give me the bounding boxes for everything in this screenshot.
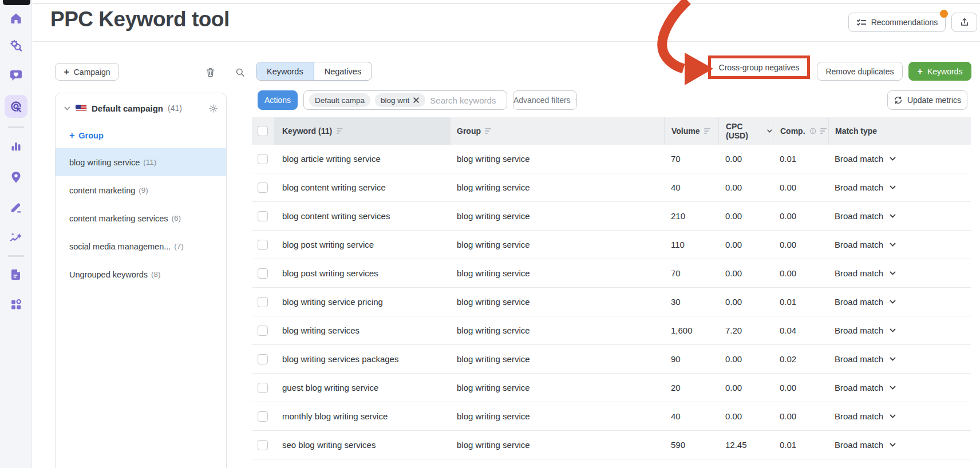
column-header-comp[interactable]: Comp. bbox=[773, 117, 828, 145]
column-header-cpc[interactable]: CPC (USD) bbox=[718, 117, 773, 145]
row-checkbox[interactable] bbox=[258, 440, 268, 450]
group-text: blog writing service bbox=[457, 297, 530, 307]
match-type-dropdown[interactable]: Broad match bbox=[828, 374, 971, 402]
group-item-social-media-management[interactable]: social media managemen... (7) bbox=[56, 232, 226, 260]
row-checkbox[interactable] bbox=[258, 383, 268, 393]
group-text: blog writing service bbox=[457, 411, 530, 421]
close-icon[interactable] bbox=[413, 97, 420, 104]
group-count: (8) bbox=[151, 270, 161, 279]
match-type-value: Broad match bbox=[835, 411, 883, 421]
match-type-value: Broad match bbox=[835, 211, 883, 221]
apps-icon[interactable] bbox=[5, 293, 27, 316]
match-type-dropdown[interactable]: Broad match bbox=[828, 231, 971, 259]
analytics-icon[interactable] bbox=[5, 135, 27, 158]
column-header-volume[interactable]: Volume bbox=[664, 117, 718, 145]
campaign-count: (41) bbox=[168, 104, 182, 113]
row-checkbox[interactable] bbox=[258, 240, 268, 250]
sort-icon[interactable] bbox=[485, 128, 492, 134]
campaign-row[interactable]: Default campaign (41) bbox=[56, 93, 226, 123]
home-icon[interactable] bbox=[5, 7, 27, 30]
social-icon[interactable] bbox=[5, 64, 27, 87]
table-row: blog post writing service blog writing s… bbox=[252, 231, 971, 259]
export-icon bbox=[959, 17, 970, 27]
row-checkbox[interactable] bbox=[258, 326, 268, 336]
group-name: Ungrouped keywords bbox=[69, 270, 148, 279]
match-type-dropdown[interactable]: Broad match bbox=[828, 316, 971, 344]
reports-icon[interactable] bbox=[5, 263, 27, 286]
match-type-value: Broad match bbox=[835, 268, 883, 278]
actions-button[interactable]: Actions bbox=[258, 90, 298, 110]
keyword-cell: blog writing services packages bbox=[274, 345, 451, 373]
cross-group-negatives-button[interactable]: Cross-group negatives bbox=[708, 55, 810, 79]
row-checkbox[interactable] bbox=[258, 411, 268, 422]
group-cell: blog writing service bbox=[451, 345, 664, 373]
content-icon[interactable] bbox=[5, 196, 27, 219]
search-keywords-input[interactable] bbox=[430, 96, 501, 105]
gear-icon[interactable] bbox=[208, 104, 218, 113]
remove-duplicates-button[interactable]: Remove duplicates bbox=[817, 62, 903, 81]
sort-icon[interactable] bbox=[820, 128, 827, 134]
tab-negatives[interactable]: Negatives bbox=[314, 62, 372, 80]
search-icon[interactable] bbox=[232, 65, 247, 80]
recommendations-button[interactable]: Recommendations bbox=[848, 13, 946, 32]
sort-icon[interactable] bbox=[704, 128, 711, 134]
match-type-dropdown[interactable]: Broad match bbox=[828, 288, 971, 316]
match-type-dropdown[interactable]: Broad match bbox=[828, 173, 971, 201]
row-checkbox[interactable] bbox=[258, 354, 268, 364]
advanced-filters-button[interactable]: Advanced filters bbox=[513, 90, 577, 110]
volume-cell: 90 bbox=[664, 345, 718, 373]
filter-chip-campaign[interactable]: Default campa bbox=[309, 93, 370, 107]
group-item-content-marketing-services[interactable]: content marketing services (6) bbox=[56, 204, 226, 232]
sort-icon[interactable] bbox=[337, 128, 343, 134]
match-type-dropdown[interactable]: Broad match bbox=[828, 145, 971, 173]
group-item-ungrouped-keywords[interactable]: Ungrouped keywords (8) bbox=[56, 260, 226, 288]
row-checkbox[interactable] bbox=[258, 154, 268, 164]
volume-value: 110 bbox=[671, 240, 685, 249]
match-type-dropdown[interactable]: Broad match bbox=[828, 431, 971, 459]
ai-icon[interactable] bbox=[5, 227, 27, 249]
ppc-keyword-tool-app: PPC Keyword tool Recommendations + Campa… bbox=[0, 0, 980, 468]
table-row: blog writing services packages blog writ… bbox=[252, 345, 971, 374]
comp-value: 0.00 bbox=[780, 183, 796, 192]
column-header-group[interactable]: Group bbox=[451, 117, 664, 145]
row-checkbox[interactable] bbox=[258, 183, 268, 193]
group-item-content-marketing[interactable]: content marketing (9) bbox=[56, 176, 226, 204]
select-all-checkbox[interactable] bbox=[258, 126, 268, 136]
delete-icon[interactable] bbox=[203, 65, 218, 80]
tab-keywords[interactable]: Keywords bbox=[256, 62, 314, 80]
add-campaign-button[interactable]: + Campaign bbox=[55, 63, 119, 81]
table-row: blog writing services blog writing servi… bbox=[252, 316, 971, 345]
add-group-button[interactable]: + Group bbox=[56, 123, 226, 148]
row-checkbox[interactable] bbox=[258, 211, 268, 221]
column-header-keyword[interactable]: Keyword (11) bbox=[274, 117, 451, 145]
add-keywords-button[interactable]: + Keywords bbox=[908, 62, 971, 81]
export-button[interactable] bbox=[951, 13, 977, 32]
sidebar-top-bar bbox=[3, 0, 30, 5]
match-type-value: Broad match bbox=[835, 154, 883, 164]
local-marketing-icon[interactable] bbox=[5, 166, 27, 189]
sidebar bbox=[0, 0, 32, 468]
match-type-dropdown[interactable]: Broad match bbox=[828, 402, 971, 430]
row-checkbox[interactable] bbox=[258, 268, 268, 279]
chevron-down-icon bbox=[889, 441, 896, 449]
row-checkbox[interactable] bbox=[258, 297, 268, 307]
column-label: Match type bbox=[835, 126, 877, 136]
ppc-tool-icon[interactable] bbox=[5, 95, 27, 118]
us-flag-icon bbox=[76, 105, 87, 112]
filter-chip-keyword[interactable]: blog writ bbox=[375, 93, 425, 107]
info-icon bbox=[809, 128, 816, 134]
chevron-down-icon bbox=[889, 269, 896, 277]
chevron-down-icon[interactable] bbox=[64, 105, 71, 112]
cpc-value: 0.00 bbox=[725, 183, 742, 192]
match-type-dropdown[interactable]: Broad match bbox=[828, 345, 971, 373]
cross-group-negatives-label: Cross-group negatives bbox=[719, 63, 800, 72]
research-icon[interactable] bbox=[5, 34, 27, 57]
notification-dot bbox=[940, 10, 948, 18]
keyword-search-box[interactable]: Default campa blog writ bbox=[303, 90, 507, 110]
update-metrics-button[interactable]: Update metrics bbox=[887, 90, 967, 110]
group-item-blog-writing-service[interactable]: blog writing service (11) bbox=[56, 148, 226, 176]
match-type-dropdown[interactable]: Broad match bbox=[828, 259, 971, 287]
comp-cell: 0.02 bbox=[773, 345, 828, 373]
volume-value: 210 bbox=[671, 211, 685, 221]
match-type-dropdown[interactable]: Broad match bbox=[828, 202, 971, 230]
